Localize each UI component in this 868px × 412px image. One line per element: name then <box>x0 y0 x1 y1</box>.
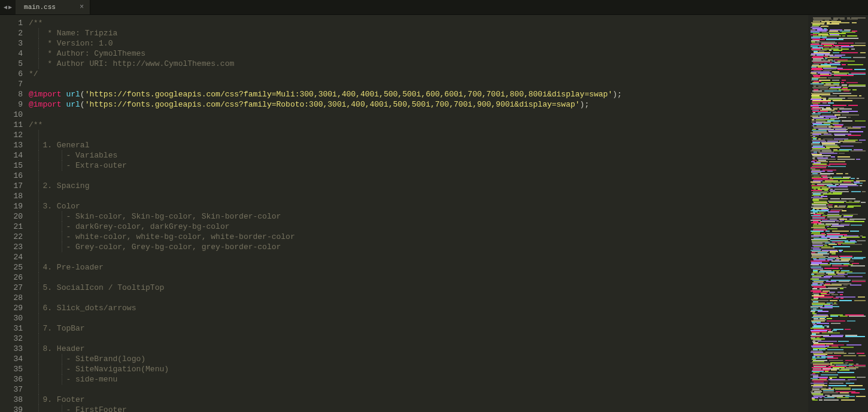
code-line: 1. General <box>29 140 808 150</box>
code-line: - Skin-color, Skin-bg-color, Skin-border… <box>29 211 808 222</box>
line-number: 3 <box>0 38 23 49</box>
code-line: - Grey-color, Grey-bg-color, grey-border… <box>29 242 808 252</box>
line-number: 33 <box>0 344 23 354</box>
line-number: 36 <box>0 374 23 384</box>
line-number: 22 <box>0 232 23 242</box>
line-number: 15 <box>0 160 23 171</box>
code-line <box>29 130 808 140</box>
line-number: 6 <box>0 69 23 79</box>
code-line: - Variables <box>29 150 808 160</box>
code-line <box>29 293 808 303</box>
code-line: * Version: 1.0 <box>29 38 808 49</box>
code-line: - FirstFooter <box>29 405 808 412</box>
line-number: 11 <box>0 120 23 130</box>
code-line: @import url('https://fonts.googleapis.co… <box>29 99 808 110</box>
line-number: 2 <box>0 28 23 38</box>
code-line: @import url('https://fonts.googleapis.co… <box>29 89 808 99</box>
code-line: 5. SocialIcon / TooltipTop <box>29 283 808 293</box>
code-line: - Extra-outer <box>29 160 808 171</box>
line-number: 16 <box>0 171 23 181</box>
code-line: 2. Spacing <box>29 181 808 191</box>
code-line: /** <box>29 120 808 130</box>
line-number: 34 <box>0 354 23 364</box>
line-number: 13 <box>0 140 23 150</box>
nav-arrows: ◀ ▶ <box>0 0 16 14</box>
nav-back-icon[interactable]: ◀ <box>4 4 7 11</box>
code-line <box>29 384 808 395</box>
line-number: 12 <box>0 130 23 140</box>
nav-forward-icon[interactable]: ▶ <box>8 4 12 11</box>
tab-main-css[interactable]: main.css × <box>16 0 90 14</box>
minimap[interactable] <box>808 15 868 412</box>
tab-title: main.css <box>24 4 56 11</box>
code-line <box>29 79 808 89</box>
code-line <box>29 110 808 120</box>
minimap-line <box>811 389 866 390</box>
code-line <box>29 334 808 344</box>
code-line: - white-color, white-bg-color, white-bor… <box>29 232 808 242</box>
line-number: 17 <box>0 181 23 191</box>
code-line <box>29 272 808 283</box>
close-icon[interactable]: × <box>80 3 84 11</box>
line-number: 37 <box>0 384 23 395</box>
tab-bar: ◀ ▶ main.css × <box>0 0 868 15</box>
line-number: 5 <box>0 59 23 69</box>
code-line: - SiteBrand(logo) <box>29 354 808 364</box>
code-line <box>29 191 808 201</box>
line-number: 30 <box>0 313 23 323</box>
line-number: 25 <box>0 262 23 272</box>
code-line: 6. Slick_dots/arrows <box>29 303 808 313</box>
line-number: 9 <box>0 99 23 110</box>
code-line: 4. Pre-loader <box>29 262 808 272</box>
line-number: 32 <box>0 334 23 344</box>
code-area[interactable]: /** * Name: Tripzia * Version: 1.0 * Aut… <box>29 15 808 412</box>
code-line: 7. TopBar <box>29 323 808 334</box>
line-number: 8 <box>0 89 23 99</box>
line-number: 31 <box>0 323 23 334</box>
code-line <box>29 171 808 181</box>
code-line: - darkGrey-color, darkGrey-bg-color <box>29 222 808 232</box>
editor-main: 1234567891011121314151617181920212223242… <box>0 15 868 412</box>
line-number: 27 <box>0 283 23 293</box>
line-number: 21 <box>0 222 23 232</box>
code-line: * Author: CymolThemes <box>29 49 808 59</box>
line-number: 7 <box>0 79 23 89</box>
minimap-line <box>811 399 866 401</box>
line-number: 19 <box>0 201 23 211</box>
line-number: 26 <box>0 272 23 283</box>
code-line: /** <box>29 18 808 28</box>
code-line <box>29 313 808 323</box>
line-number: 28 <box>0 293 23 303</box>
editor-pane[interactable]: 1234567891011121314151617181920212223242… <box>0 15 808 412</box>
minimap-line <box>811 114 866 116</box>
line-number: 29 <box>0 303 23 313</box>
line-number: 35 <box>0 364 23 374</box>
line-number: 23 <box>0 242 23 252</box>
line-number: 4 <box>0 49 23 59</box>
code-line <box>29 252 808 262</box>
line-number: 1 <box>0 18 23 28</box>
code-line: - side-menu <box>29 374 808 384</box>
code-line: * Author URI: http://www.CymolThemes.com <box>29 59 808 69</box>
minimap-line <box>811 135 866 136</box>
code-line: 8. Header <box>29 344 808 354</box>
code-line: 9. Footer <box>29 395 808 405</box>
line-number: 18 <box>0 191 23 201</box>
line-number-gutter: 1234567891011121314151617181920212223242… <box>0 15 29 412</box>
code-line: - SiteNavigation(Menu) <box>29 364 808 374</box>
code-line: */ <box>29 69 808 79</box>
line-number: 39 <box>0 405 23 412</box>
code-line: * Name: Tripzia <box>29 28 808 38</box>
line-number: 20 <box>0 211 23 222</box>
line-number: 24 <box>0 252 23 262</box>
line-number: 38 <box>0 395 23 405</box>
line-number: 14 <box>0 150 23 160</box>
code-line: 3. Color <box>29 201 808 211</box>
line-number: 10 <box>0 110 23 120</box>
